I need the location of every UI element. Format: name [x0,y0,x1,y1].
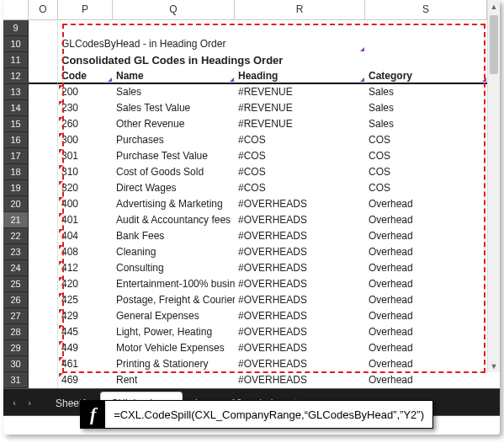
cell-name[interactable]: Purchases [113,132,235,148]
cell-name[interactable]: Bank Fees [113,228,235,244]
cell-empty[interactable] [365,20,487,36]
cell-category[interactable]: COS [365,164,487,180]
cell-heading[interactable]: #OVERHEADS [235,228,365,244]
cell-o[interactable] [29,372,58,388]
cell-name[interactable]: Other Revenue [113,116,235,132]
cell-name[interactable]: Audit & Accountancy fees [113,212,235,228]
row-header[interactable]: 25 [3,276,29,292]
cell-o[interactable] [29,68,58,84]
cell-o[interactable] [29,212,58,228]
cell-heading[interactable]: #OVERHEADS [235,308,365,324]
cell-category[interactable]: Sales [365,100,487,116]
cell-heading[interactable]: #OVERHEADS [235,276,365,292]
cell-code[interactable]: 449 [58,340,113,356]
row-header[interactable]: 16 [3,132,29,148]
row-header[interactable]: 21 [3,212,29,228]
cell-name[interactable]: Direct Wages [113,180,235,196]
cell-code[interactable]: 401 [58,212,113,228]
cell-empty[interactable] [235,20,365,36]
cell-heading[interactable]: #OVERHEADS [235,324,365,340]
cell-o[interactable] [29,228,58,244]
cell-category[interactable]: COS [365,180,487,196]
cell-category[interactable]: Overhead [365,340,487,356]
row-header[interactable]: 10 [3,36,29,52]
scroll-up-arrow[interactable]: ▲ [488,0,500,13]
cell-category[interactable]: Overhead [365,228,487,244]
row-header[interactable]: 28 [3,324,29,340]
cell-name[interactable]: Purchase Test Value [113,148,235,164]
col-header-s[interactable]: S [365,0,487,19]
cell-code[interactable]: 300 [58,132,113,148]
row-header[interactable]: 12 [3,68,29,84]
report-title-cell[interactable]: Consolidated GL Codes in Headings Order [58,52,487,68]
cell-o[interactable] [29,244,58,260]
select-all-cell[interactable] [3,0,29,19]
cell-category[interactable]: COS [365,132,487,148]
cell-o[interactable] [29,292,58,308]
cell-heading[interactable]: #COS [235,164,365,180]
cell-heading[interactable]: #REVENUE [235,84,365,100]
row-header[interactable]: 31 [3,372,29,388]
row-header[interactable]: 14 [3,100,29,116]
cell-code[interactable]: 404 [58,228,113,244]
cell-category[interactable]: Overhead [365,276,487,292]
cell-empty[interactable] [113,20,235,36]
row-header[interactable]: 23 [3,244,29,260]
cell-code[interactable]: 260 [58,116,113,132]
row-header[interactable]: 24 [3,260,29,276]
cell-code[interactable]: 445 [58,324,113,340]
cell-category[interactable]: Sales [365,84,487,100]
row-header[interactable]: 13 [3,84,29,100]
cell-name[interactable]: Entertainment-100% business [113,276,235,292]
cell-code[interactable]: 230 [58,100,113,116]
header-heading[interactable]: Heading [235,68,365,84]
cell-category[interactable]: Overhead [365,356,487,372]
cell-o[interactable] [29,164,58,180]
cell-o[interactable] [29,20,58,36]
cell-category[interactable]: Overhead [365,196,487,212]
cell-code[interactable]: 412 [58,260,113,276]
cell-o[interactable] [29,148,58,164]
cell-heading[interactable]: #OVERHEADS [235,372,365,388]
cell-name[interactable]: General Expenses [113,308,235,324]
cell-heading[interactable]: #OVERHEADS [235,356,365,372]
row-header[interactable]: 27 [3,308,29,324]
cell-o[interactable] [29,100,58,116]
row-header[interactable]: 20 [3,196,29,212]
cell-category[interactable]: Overhead [365,324,487,340]
cell-category[interactable]: Overhead [365,260,487,276]
cell-category[interactable]: Overhead [365,292,487,308]
cell-o[interactable] [29,260,58,276]
cell-heading[interactable]: #OVERHEADS [235,196,365,212]
cell-o[interactable] [29,196,58,212]
cell-heading[interactable]: #COS [235,132,365,148]
cell-heading[interactable]: #OVERHEADS [235,212,365,228]
cell-code[interactable]: 310 [58,164,113,180]
cell-code[interactable]: 469 [58,372,113,388]
cell-o[interactable] [29,276,58,292]
cell-name[interactable]: Advertising & Marketing [113,196,235,212]
cell-o[interactable] [29,324,58,340]
cell-category[interactable]: Overhead [365,308,487,324]
cell-code[interactable]: 320 [58,180,113,196]
cell-heading[interactable]: #REVENUE [235,116,365,132]
cell-o[interactable] [29,180,58,196]
cell-o[interactable] [29,36,58,52]
row-header[interactable]: 26 [3,292,29,308]
cell-name[interactable]: Sales Test Value [113,100,235,116]
cell-o[interactable] [29,356,58,372]
cell-code[interactable]: 301 [58,148,113,164]
row-header[interactable]: 29 [3,340,29,356]
cell-category[interactable]: Overhead [365,372,487,388]
cell-code[interactable]: 420 [58,276,113,292]
scroll-thumb[interactable] [490,15,498,74]
cell-code[interactable]: 429 [58,308,113,324]
cell-name[interactable]: Motor Vehicle Expenses [113,340,235,356]
cell-code[interactable]: 200 [58,84,113,100]
cell-heading[interactable]: #OVERHEADS [235,340,365,356]
cell-empty[interactable] [365,36,487,52]
header-name[interactable]: Name [113,68,235,84]
cell-o[interactable] [29,132,58,148]
cell-name[interactable]: Rent [113,372,235,388]
cell-o[interactable] [29,52,58,68]
